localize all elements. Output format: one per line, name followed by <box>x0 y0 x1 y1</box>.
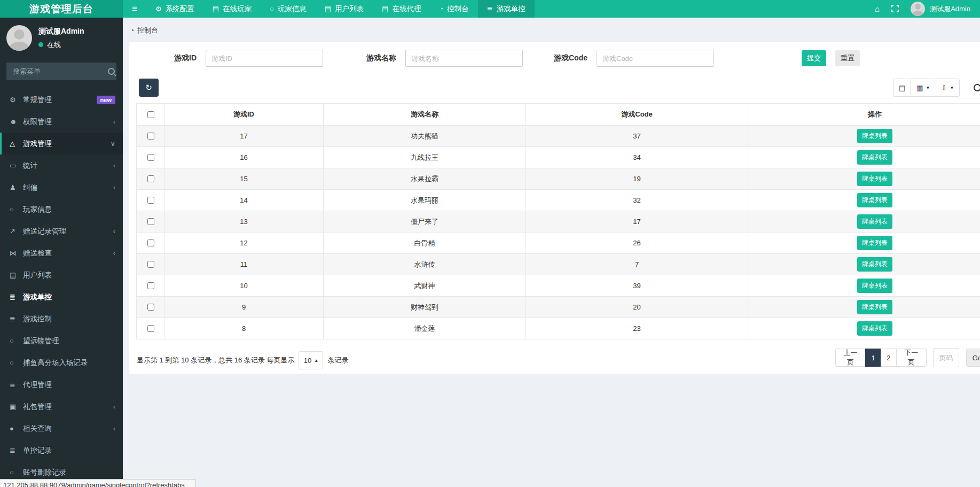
page-buttons: 上一页12下一页 <box>835 349 927 367</box>
sidebar-item-correction[interactable]: ♟纠偏‹ <box>0 176 123 198</box>
list-icon: ≣ <box>487 5 493 12</box>
page-button-2[interactable]: 2 <box>881 349 897 367</box>
table-list-button[interactable]: 牌桌列表 <box>857 172 892 186</box>
table-list-button[interactable]: 牌桌列表 <box>857 257 892 272</box>
sidebar-item-gift-check[interactable]: ⋈赠送检查‹ <box>0 242 123 264</box>
sidebar-user-name: 测试服Admin <box>38 27 84 36</box>
sidebar-item-permission-mgmt[interactable]: ☻权限管理‹ <box>0 111 123 133</box>
col-game-code[interactable]: 游戏Code <box>526 104 748 126</box>
go-button[interactable]: Go <box>966 349 980 367</box>
topnav-item-online-players[interactable]: ▤在线玩家 <box>203 0 261 18</box>
home-icon[interactable]: ⌂ <box>875 5 880 13</box>
chevron-left-icon: ‹ <box>113 403 115 411</box>
avatar <box>911 2 925 16</box>
search-icon[interactable] <box>108 68 115 75</box>
sidebar-item-stats[interactable]: ▭统计‹ <box>0 154 123 176</box>
table-search-button[interactable] <box>968 79 980 97</box>
export-button[interactable]: ⇩▼ <box>936 79 960 97</box>
topnav-item-system-config[interactable]: ⚙系统配置 <box>146 0 203 18</box>
topnav-label: 控制台 <box>447 4 469 14</box>
dashboard-icon: ◔ <box>130 27 134 34</box>
content-panel: 游戏ID 游戏名称 游戏Code 提交 重置 ↻ ▤ ▦▼ ⇩▼ <box>129 42 980 374</box>
cell-game-code: 37 <box>526 126 748 147</box>
row-checkbox[interactable] <box>147 239 154 246</box>
breadcrumb-label[interactable]: 控制台 <box>137 26 158 35</box>
table-list-button[interactable]: 牌桌列表 <box>857 193 892 207</box>
cell-game-code: 34 <box>526 147 748 168</box>
col-actions: 操作 <box>748 104 980 126</box>
sidebar-item-label: 望远镜管理 <box>23 336 115 346</box>
topnav-item-player-info[interactable]: ○玩家信息 <box>261 0 316 18</box>
game-code-input[interactable] <box>597 50 714 67</box>
table-list-button[interactable]: 牌桌列表 <box>857 279 892 293</box>
row-checkbox[interactable] <box>147 261 154 268</box>
row-checkbox[interactable] <box>147 154 154 161</box>
page-size-select[interactable]: 10 ▲ <box>299 351 323 369</box>
cell-game-name: 潘金莲 <box>324 318 526 339</box>
cell-game-name: 财神驾到 <box>324 297 526 318</box>
row-checkbox[interactable] <box>147 197 154 204</box>
sidebar-item-game-single-control[interactable]: ≣游戏单控 <box>0 286 123 308</box>
col-game-name[interactable]: 游戏名称 <box>324 104 526 126</box>
circle-icon: ○ <box>10 359 23 367</box>
chevron-down-icon: ∨ <box>110 140 115 148</box>
sidebar-item-agent-mgmt[interactable]: ≣代理管理 <box>0 374 123 396</box>
row-checkbox[interactable] <box>147 325 154 332</box>
sidebar-item-related-query[interactable]: ●相关查询‹ <box>0 418 123 439</box>
table-list-button[interactable]: 牌桌列表 <box>857 300 892 314</box>
table-list-button[interactable]: 牌桌列表 <box>857 236 892 250</box>
sidebar-item-telescope-mgmt[interactable]: ○望远镜管理 <box>0 330 123 352</box>
cell-game-id: 16 <box>164 147 324 168</box>
topnav-item-game-single-control[interactable]: ≣游戏单控 <box>478 0 535 18</box>
prev-page-button[interactable]: 上一页 <box>835 349 866 367</box>
cell-game-id: 13 <box>164 211 324 233</box>
topnav-item-console[interactable]: ◔控制台 <box>430 0 477 18</box>
sidebar-item-gift-record-mgmt[interactable]: ↗赠送记录管理‹ <box>0 220 123 242</box>
page-button-1[interactable]: 1 <box>865 349 881 367</box>
sidebar-item-giftpack-mgmt[interactable]: ▣礼包管理‹ <box>0 396 123 418</box>
topnav-item-online-agents[interactable]: ▤在线代理 <box>373 0 430 18</box>
table-list-button[interactable]: 牌桌列表 <box>857 129 892 143</box>
topnav-item-user-list[interactable]: ▤用户列表 <box>316 0 373 18</box>
row-checkbox[interactable] <box>147 175 154 182</box>
row-checkbox[interactable] <box>147 218 154 225</box>
sidebar-item-label: 礼包管理 <box>23 402 113 412</box>
sidebar-search-input[interactable] <box>12 67 108 76</box>
header-user[interactable]: 测试服Admin <box>911 2 970 16</box>
sidebar-item-general-mgmt[interactable]: ⚙常规管理new <box>0 89 123 111</box>
line-chart-icon: ↗ <box>10 227 23 235</box>
table-list-button[interactable]: 牌桌列表 <box>857 150 892 165</box>
next-page-button[interactable]: 下一页 <box>896 349 927 367</box>
fullscreen-icon[interactable] <box>891 5 899 13</box>
sidebar-item-user-list[interactable]: ▤用户列表 <box>0 264 123 286</box>
select-all-checkbox[interactable] <box>147 111 154 118</box>
table-row: 12白骨精26牌桌列表 <box>137 233 980 254</box>
row-checkbox[interactable] <box>147 304 154 311</box>
game-name-input[interactable] <box>405 50 523 67</box>
submit-button[interactable]: 提交 <box>802 50 826 66</box>
detail-view-icon: ▤ <box>899 84 905 92</box>
table-row: 17功夫熊猫37牌桌列表 <box>137 126 980 147</box>
detail-view-button[interactable]: ▤ <box>893 79 911 97</box>
refresh-button[interactable]: ↻ <box>139 79 159 97</box>
sidebar-item-game-control[interactable]: ≣游戏控制 <box>0 308 123 330</box>
cell-game-name: 功夫熊猫 <box>324 126 526 147</box>
col-game-id[interactable]: 游戏ID <box>164 104 324 126</box>
row-checkbox[interactable] <box>147 282 154 289</box>
table-list-button[interactable]: 牌桌列表 <box>857 321 892 336</box>
sidebar-item-single-control-records[interactable]: ≣单控记录 <box>0 439 123 461</box>
reset-button[interactable]: 重置 <box>835 50 860 66</box>
columns-button[interactable]: ▦▼ <box>911 79 936 97</box>
game-id-input[interactable] <box>206 50 323 67</box>
row-checkbox[interactable] <box>147 133 154 140</box>
hamburger-icon[interactable]: ≡ <box>123 0 146 18</box>
browser-status-bar: 121.205.88.88:9079/admin/game/singlecont… <box>0 479 196 487</box>
sidebar-item-player-info[interactable]: ○玩家信息 <box>0 198 123 220</box>
table-body: 17功夫熊猫37牌桌列表16九线拉王34牌桌列表15水果拉霸19牌桌列表14水果… <box>137 126 980 339</box>
online-status-dot <box>38 42 43 47</box>
page-number-input[interactable] <box>933 348 959 367</box>
table-list-button[interactable]: 牌桌列表 <box>857 214 892 229</box>
sidebar-item-game-mgmt[interactable]: △游戏管理∨ <box>0 133 123 154</box>
topnav-label: 系统配置 <box>166 4 194 14</box>
sidebar-item-fishing-highscore-entry-records[interactable]: ○捕鱼高分场入场记录 <box>0 352 123 374</box>
